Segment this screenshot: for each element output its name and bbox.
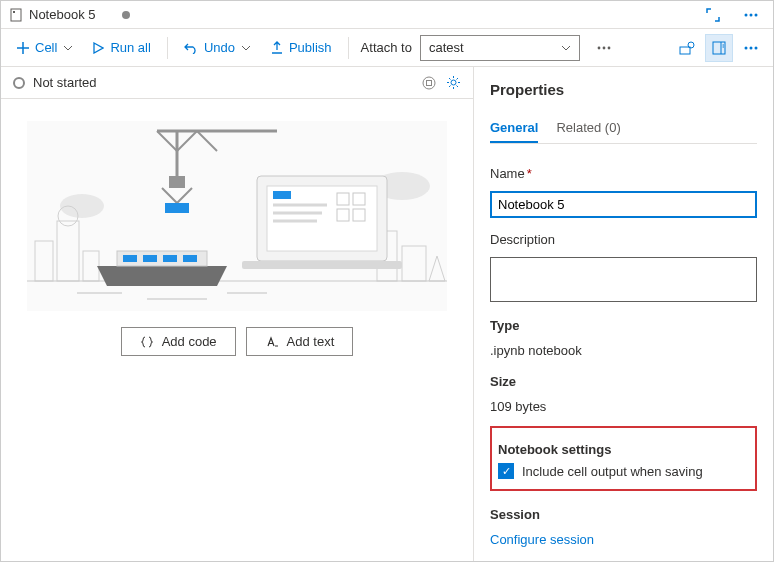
more-icon[interactable]: [737, 1, 765, 29]
svg-rect-49: [123, 255, 137, 262]
chevron-down-icon: [561, 45, 571, 51]
svg-rect-18: [427, 80, 432, 85]
attach-to-label: Attach to: [361, 40, 412, 55]
svg-line-33: [177, 131, 197, 151]
svg-point-4: [755, 13, 758, 16]
svg-point-15: [750, 46, 753, 49]
svg-line-34: [197, 131, 217, 151]
svg-rect-10: [713, 42, 725, 54]
include-output-label: Include cell output when saving: [522, 464, 703, 479]
plus-icon: [17, 42, 29, 54]
svg-point-19: [451, 80, 456, 85]
notebook-file-icon: [9, 8, 23, 22]
attach-to-value: catest: [429, 40, 464, 55]
notebook-settings-label: Notebook settings: [498, 442, 749, 457]
settings-gear-icon[interactable]: [446, 75, 461, 90]
svg-rect-39: [273, 191, 291, 199]
svg-point-16: [755, 46, 758, 49]
name-input[interactable]: [490, 191, 757, 218]
notebook-title: Notebook 5: [29, 7, 96, 22]
svg-point-14: [745, 46, 748, 49]
svg-rect-1: [13, 11, 15, 13]
description-label: Description: [490, 232, 757, 247]
properties-toggle-icon[interactable]: [705, 34, 733, 62]
toolbar-overflow-icon[interactable]: [737, 34, 765, 62]
session-label: Session: [490, 507, 757, 522]
cell-label: Cell: [35, 40, 57, 55]
chevron-down-icon: [63, 45, 73, 51]
variables-icon[interactable]: [673, 34, 701, 62]
description-input[interactable]: [490, 257, 757, 302]
configure-session-link[interactable]: Configure session: [490, 532, 757, 547]
size-label: Size: [490, 374, 757, 389]
add-cell-button[interactable]: Cell: [9, 36, 81, 59]
undo-icon: [184, 42, 198, 54]
svg-point-5: [598, 46, 601, 49]
toolbar-more-icon[interactable]: [590, 34, 618, 62]
tab-related[interactable]: Related (0): [556, 114, 620, 143]
unsaved-indicator-icon: [122, 11, 130, 19]
add-code-button[interactable]: Add code: [121, 327, 236, 356]
svg-rect-0: [11, 9, 21, 21]
status-indicator-icon: [13, 77, 25, 89]
svg-point-2: [745, 13, 748, 16]
publish-label: Publish: [289, 40, 332, 55]
type-label: Type: [490, 318, 757, 333]
svg-line-32: [157, 131, 177, 151]
add-text-button[interactable]: Add text: [246, 327, 354, 356]
svg-rect-27: [402, 246, 426, 281]
svg-point-3: [750, 13, 753, 16]
properties-panel: Properties General Related (0) Name* Des…: [473, 67, 773, 561]
name-label: Name*: [490, 166, 757, 181]
size-value: 109 bytes: [490, 399, 757, 414]
run-all-label: Run all: [110, 40, 150, 55]
svg-rect-36: [165, 203, 189, 213]
status-label: Not started: [33, 75, 97, 90]
type-value: .ipynb notebook: [490, 343, 757, 358]
add-code-label: Add code: [162, 334, 217, 349]
svg-rect-22: [35, 241, 53, 281]
svg-point-7: [608, 46, 611, 49]
text-icon: [265, 335, 279, 349]
svg-rect-51: [163, 255, 177, 262]
toolbar-divider: [167, 37, 168, 59]
run-all-button[interactable]: Run all: [85, 36, 158, 59]
stop-session-icon[interactable]: [422, 76, 436, 90]
notebook-settings-highlight: Notebook settings ✓ Include cell output …: [490, 426, 757, 491]
publish-icon: [271, 41, 283, 55]
tab-general[interactable]: General: [490, 114, 538, 143]
include-output-checkbox[interactable]: ✓: [498, 463, 514, 479]
undo-button[interactable]: Undo: [176, 36, 259, 59]
svg-rect-8: [680, 47, 690, 54]
svg-rect-47: [242, 261, 402, 269]
chevron-down-icon: [241, 45, 251, 51]
play-icon: [93, 42, 104, 54]
braces-icon: [140, 335, 154, 349]
svg-rect-25: [83, 251, 99, 281]
svg-rect-23: [57, 221, 79, 281]
svg-rect-35: [169, 176, 185, 188]
undo-label: Undo: [204, 40, 235, 55]
svg-point-6: [603, 46, 606, 49]
panel-title: Properties: [490, 81, 757, 98]
svg-point-17: [423, 77, 435, 89]
svg-rect-50: [143, 255, 157, 262]
empty-state-illustration: [27, 121, 447, 311]
add-text-label: Add text: [287, 334, 335, 349]
svg-rect-52: [183, 255, 197, 262]
svg-point-9: [688, 42, 694, 48]
toolbar-divider: [348, 37, 349, 59]
publish-button[interactable]: Publish: [263, 36, 340, 59]
expand-icon[interactable]: [699, 1, 727, 29]
attach-to-select[interactable]: catest: [420, 35, 580, 61]
svg-marker-28: [429, 256, 445, 281]
